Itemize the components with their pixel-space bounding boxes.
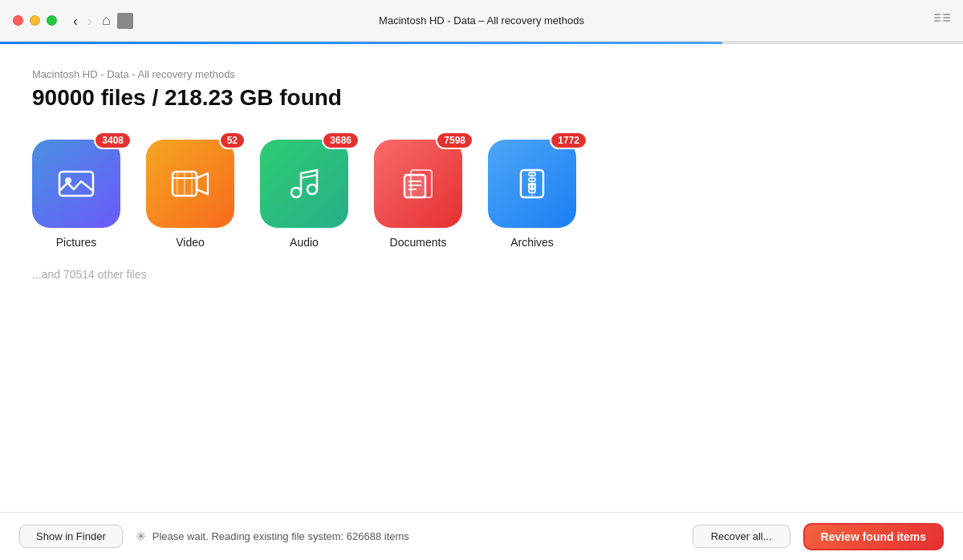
video-icon bbox=[169, 162, 212, 205]
audio-icon-bg: 3686 bbox=[260, 140, 348, 228]
home-button[interactable]: ⌂ bbox=[102, 12, 111, 29]
documents-badge: 7598 bbox=[436, 132, 473, 149]
category-documents[interactable]: 7598 Documents bbox=[374, 140, 462, 249]
titlebar: ‹ › ⌂ Macintosh HD - Data – All recovery… bbox=[0, 0, 963, 42]
pictures-label: Pictures bbox=[56, 236, 97, 249]
audio-badge: 3686 bbox=[322, 132, 360, 149]
archives-label: Archives bbox=[510, 236, 554, 249]
forward-button[interactable]: › bbox=[84, 12, 95, 30]
status-area: ✳︎ Please wait. Reading existing file sy… bbox=[136, 529, 680, 544]
pictures-icon bbox=[55, 162, 98, 205]
bottom-bar: Show in Finder ✳︎ Please wait. Reading e… bbox=[0, 512, 963, 560]
review-found-items-button[interactable]: Review found items bbox=[803, 523, 944, 550]
video-icon-bg: 52 bbox=[146, 140, 234, 228]
archives-icon-bg: 1772 bbox=[488, 140, 576, 228]
window-title: Macintosh HD - Data – All recovery metho… bbox=[379, 14, 584, 26]
show-in-finder-button[interactable]: Show in Finder bbox=[19, 525, 123, 548]
traffic-lights bbox=[13, 15, 57, 26]
recover-all-button[interactable]: Recover all... bbox=[693, 525, 790, 548]
documents-icon-bg: 7598 bbox=[374, 140, 462, 228]
svg-rect-2 bbox=[934, 20, 941, 22]
status-text: Please wait. Reading existing file syste… bbox=[152, 530, 409, 542]
svg-rect-3 bbox=[943, 14, 950, 15]
svg-point-13 bbox=[291, 188, 301, 197]
reader-view-button[interactable] bbox=[934, 14, 950, 28]
maximize-button[interactable] bbox=[47, 15, 57, 26]
back-button[interactable]: ‹ bbox=[70, 12, 81, 30]
documents-icon bbox=[396, 162, 440, 205]
categories-row: 3408 Pictures 52 bbox=[32, 140, 931, 249]
svg-rect-5 bbox=[943, 20, 950, 22]
main-content: Macintosh HD - Data - All recovery metho… bbox=[0, 44, 963, 512]
audio-icon bbox=[282, 162, 326, 205]
category-pictures[interactable]: 3408 Pictures bbox=[32, 140, 120, 249]
archives-icon bbox=[510, 162, 554, 205]
documents-label: Documents bbox=[390, 236, 447, 249]
breadcrumb: Macintosh HD - Data - All recovery metho… bbox=[32, 68, 931, 80]
other-files-text: ...and 70514 other files bbox=[32, 268, 931, 281]
category-audio[interactable]: 3686 Audio bbox=[260, 140, 348, 249]
svg-rect-1 bbox=[934, 17, 941, 18]
pictures-icon-bg: 3408 bbox=[32, 140, 120, 228]
stop-button[interactable] bbox=[117, 13, 133, 29]
category-video[interactable]: 52 Video bbox=[146, 140, 234, 249]
pictures-badge: 3408 bbox=[94, 132, 132, 149]
video-label: Video bbox=[176, 236, 205, 249]
svg-rect-27 bbox=[528, 183, 536, 189]
svg-point-14 bbox=[307, 185, 317, 194]
svg-rect-4 bbox=[943, 17, 950, 18]
main-heading: 90000 files / 218.23 GB found bbox=[32, 85, 931, 111]
nav-arrows: ‹ › bbox=[70, 12, 95, 30]
archives-badge: 1772 bbox=[550, 132, 587, 149]
close-button[interactable] bbox=[13, 15, 23, 26]
video-badge: 52 bbox=[219, 132, 246, 149]
svg-rect-6 bbox=[59, 172, 93, 196]
audio-label: Audio bbox=[290, 236, 319, 249]
svg-rect-0 bbox=[934, 14, 941, 15]
spinner-icon: ✳︎ bbox=[136, 529, 146, 544]
minimize-button[interactable] bbox=[30, 15, 40, 26]
category-archives[interactable]: 1772 Archives bbox=[488, 140, 576, 249]
